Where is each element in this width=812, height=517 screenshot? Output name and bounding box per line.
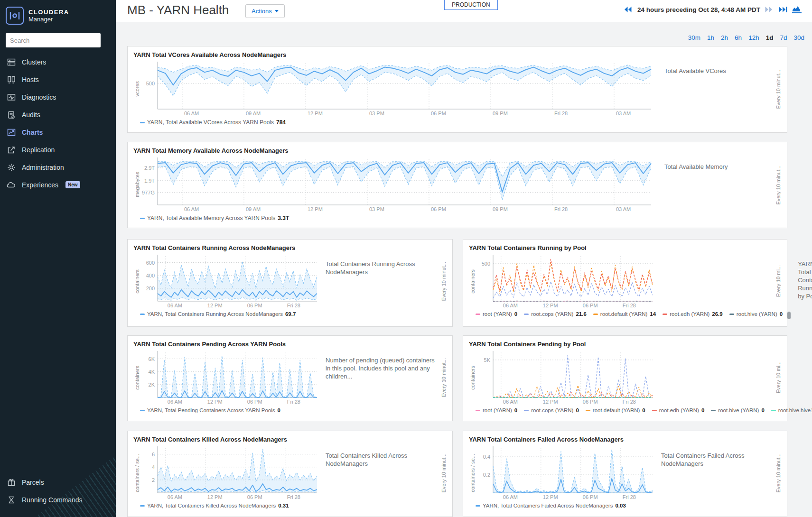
sidebar-item-running-commands[interactable]: Running Commands xyxy=(0,491,116,508)
legend-value: 69.7 xyxy=(285,311,296,317)
sidebar-item-administration[interactable]: Administration xyxy=(0,158,116,176)
chart-description: Total Available Memory xyxy=(664,163,781,222)
legend-swatch xyxy=(652,410,657,411)
svg-text:200: 200 xyxy=(146,286,155,291)
forward-icon[interactable] xyxy=(765,6,774,13)
legend-label: root (YARN) xyxy=(483,311,512,317)
sidebar-item-experiences[interactable]: Experiences New xyxy=(0,176,116,194)
actions-button[interactable]: Actions xyxy=(245,4,285,18)
chart-description: Total Containers Running Across NodeMana… xyxy=(326,260,439,317)
legend-scrollbar[interactable] xyxy=(786,311,791,317)
time-range-option[interactable]: 6h xyxy=(735,34,742,41)
gear-icon xyxy=(7,163,16,172)
sidebar-item-replication[interactable]: Replication xyxy=(0,141,116,158)
new-badge: New xyxy=(65,181,80,188)
time-range-label: 24 hours preceding Oct 28, 4:48 AM PDT xyxy=(637,6,760,13)
chart-legend: YARN, Total Containers Killed Across Nod… xyxy=(140,503,319,508)
legend-item: root.edh (YARN)0 xyxy=(652,407,705,413)
actions-button-label: Actions xyxy=(252,8,272,15)
svg-text:06 PM: 06 PM xyxy=(583,303,598,308)
chart-title: YARN Total Containers Pending Across YAR… xyxy=(133,341,447,348)
svg-text:12 PM: 12 PM xyxy=(543,399,558,405)
sidebar-item-charts[interactable]: Charts xyxy=(0,123,116,141)
chart-plot[interactable]: 06 AM12 PM06 PMFri 282K4K6K xyxy=(140,350,319,406)
legend-value: 784 xyxy=(276,119,286,126)
legend-label: YARN, Total Containers Failed Across Nod… xyxy=(483,503,613,508)
chart-plot[interactable]: 06 AM12 PM06 PMFri 28246 xyxy=(140,445,319,501)
legend-item: YARN, Total Containers Killed Across Nod… xyxy=(140,503,289,508)
svg-text:12 PM: 12 PM xyxy=(207,399,223,405)
cadence-label: Every 10 minut... xyxy=(775,445,781,501)
svg-text:0.4: 0.4 xyxy=(483,454,490,460)
svg-text:500: 500 xyxy=(482,261,490,267)
time-range-option[interactable]: 7d xyxy=(780,34,787,41)
chart-plot[interactable]: 06 AM12 PM06 PMFri 285K xyxy=(476,350,654,406)
time-chart-icon[interactable] xyxy=(792,6,802,13)
legend-label: root (YARN) xyxy=(483,407,512,413)
sidebar-item-diagnostics[interactable]: Diagnostics xyxy=(0,88,116,106)
svg-text:03 PM: 03 PM xyxy=(369,206,384,212)
legend-label: YARN, Total Containers Running Across No… xyxy=(147,311,283,317)
time-range-selector: 30m1h2h6h12h1d7d30d xyxy=(688,34,804,41)
y-axis-label: containers xyxy=(469,253,476,309)
legend-scrollbar-thumb[interactable] xyxy=(787,312,791,319)
chart-title: YARN Total Memory Available Across NodeM… xyxy=(133,147,781,154)
legend-label: root.cops (YARN) xyxy=(531,311,573,317)
chart-plot[interactable]: 06 AM09 AM12 PM03 PM06 PM09 PMFri 2803 A… xyxy=(140,156,653,213)
svg-text:Fri 28: Fri 28 xyxy=(287,494,300,500)
svg-text:600: 600 xyxy=(146,260,155,266)
sidebar-item-label: Parcels xyxy=(22,479,44,486)
y-axis-label: containers / se... xyxy=(133,445,140,501)
cadence-label: Every 10 mi... xyxy=(775,350,781,406)
legend-item: YARN, Total Pending Containers Across YA… xyxy=(140,407,280,413)
chart-plot[interactable]: 06 AM12 PM06 PMFri 280.20.4 xyxy=(476,445,654,501)
search-input[interactable] xyxy=(6,33,101,47)
chart-plot[interactable]: 06 AM12 PM06 PMFri 28500 xyxy=(476,253,654,309)
legend-item: root.edh (YARN)26.9 xyxy=(663,311,723,317)
time-range-option[interactable]: 1d xyxy=(766,34,774,41)
legend-swatch xyxy=(476,314,480,315)
legend-swatch xyxy=(476,410,480,411)
sidebar-item-parcels[interactable]: Parcels xyxy=(0,473,116,491)
page-title: MB - YARN Health xyxy=(127,3,229,18)
sidebar-bottom-nav: Parcels Running Commands xyxy=(0,473,116,508)
skip-to-now-icon[interactable] xyxy=(778,6,788,13)
legend-swatch xyxy=(140,122,145,123)
time-range-option[interactable]: 30d xyxy=(793,34,804,41)
chart-legend: YARN, Total Pending Containers Across YA… xyxy=(140,407,319,413)
legend-label: YARN, Total Available VCores Across YARN… xyxy=(147,119,274,126)
legend-label: root.hive.hive1 (YARN) xyxy=(778,407,812,413)
time-range-option[interactable]: 30m xyxy=(688,34,700,41)
rewind-icon[interactable] xyxy=(624,6,633,13)
legend-value: 0 xyxy=(642,407,645,413)
svg-text:06 AM: 06 AM xyxy=(184,111,199,116)
svg-text:06 PM: 06 PM xyxy=(431,206,446,212)
svg-text:6K: 6K xyxy=(149,356,155,362)
time-range-option[interactable]: 2h xyxy=(721,34,728,41)
time-range-option[interactable]: 12h xyxy=(748,34,759,41)
sidebar-item-hosts[interactable]: Hosts xyxy=(0,71,116,88)
app-brand[interactable]: CLOUDERA Manager xyxy=(0,0,116,29)
sidebar-item-label: Diagnostics xyxy=(22,93,56,101)
chart-panel-pending-by-pool: YARN Total Containers Pending by Pool co… xyxy=(463,335,787,421)
chart-plot[interactable]: 06 AM09 AM12 PM03 PM06 PM09 PMFri 2803 A… xyxy=(140,60,653,117)
sidebar-item-label: Running Commands xyxy=(22,496,83,504)
svg-text:1.9T: 1.9T xyxy=(144,178,155,184)
sidebar-item-clusters[interactable]: Clusters xyxy=(0,53,116,71)
chart-legend: YARN, Total Containers Failed Across Nod… xyxy=(476,503,654,508)
svg-text:06 AM: 06 AM xyxy=(503,494,518,500)
sidebar-item-audits[interactable]: Audits xyxy=(0,106,116,123)
svg-text:Fri 28: Fri 28 xyxy=(287,399,300,405)
chart-title: YARN Total Containers Pending by Pool xyxy=(469,341,781,348)
legend-item: root.hive (YARN)0 xyxy=(729,311,783,317)
svg-text:2.9T: 2.9T xyxy=(144,165,155,171)
chart-plot[interactable]: 06 AM12 PM06 PMFri 28200400600 xyxy=(140,253,319,309)
cadence-label: Every 10 minut... xyxy=(441,445,447,501)
chart-description: Number of pending (queued) containers in… xyxy=(326,356,439,413)
legend-label: root.default (YARN) xyxy=(600,311,648,317)
svg-text:06 AM: 06 AM xyxy=(168,494,182,500)
chart-panel-running-by-pool: YARN Total Containers Running by Pool co… xyxy=(463,239,787,327)
time-range-option[interactable]: 1h xyxy=(707,34,714,41)
svg-text:4: 4 xyxy=(152,464,155,470)
legend-value: 0 xyxy=(278,407,280,413)
